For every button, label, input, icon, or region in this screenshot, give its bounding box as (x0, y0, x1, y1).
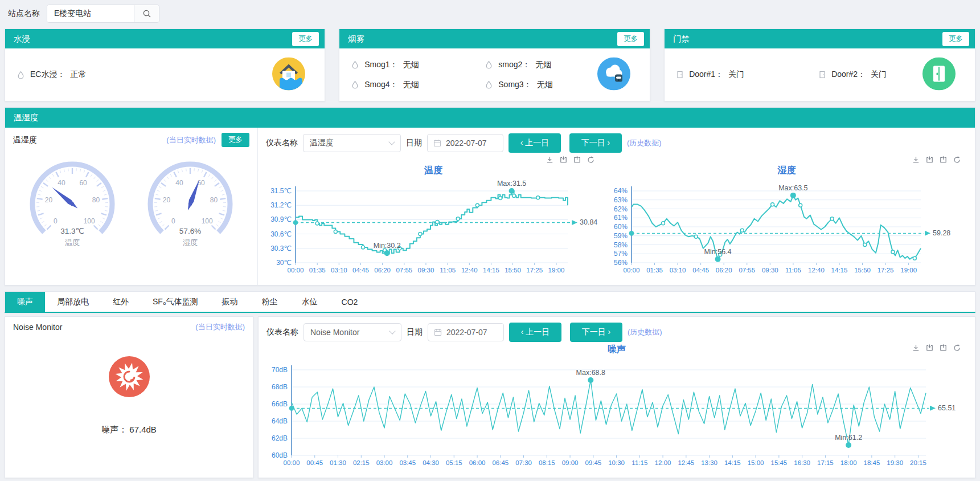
smoke-item-label: Smog1： (364, 60, 397, 70)
next-day-button[interactable]: 下一日 › (569, 133, 622, 153)
restore-icon[interactable] (573, 156, 581, 164)
smoke-more-button[interactable]: 更多 (617, 32, 644, 46)
svg-text:01:30: 01:30 (330, 459, 346, 466)
svg-text:10:30: 10:30 (608, 459, 625, 466)
svg-text:06:20: 06:20 (374, 267, 391, 274)
history-data-link[interactable]: (历史数据) (627, 138, 662, 148)
svg-text:12:45: 12:45 (678, 459, 694, 466)
restore-icon[interactable] (939, 344, 948, 352)
gauge-more-button[interactable]: 更多 (222, 133, 249, 147)
noise-chart[interactable]: 70dB68dB66dB64dB62dB60dB00:0000:4501:300… (266, 356, 960, 475)
noise-date-input[interactable]: 2022-07-07 (428, 323, 504, 341)
tab-sf6-gas[interactable]: SF₆气体监测 (141, 292, 210, 312)
prev-day-button[interactable]: ‹ 上一日 (509, 323, 561, 342)
meter-select-value: 温湿度 (310, 138, 334, 148)
smoke-sensor-icon (351, 60, 359, 69)
tab-water-level[interactable]: 水位 (290, 292, 330, 312)
data-view-icon[interactable] (559, 156, 568, 164)
next-day-button[interactable]: 下一日 › (570, 323, 622, 342)
svg-text:温度: 温度 (65, 238, 80, 247)
tab-vibration[interactable]: 振动 (210, 292, 250, 312)
svg-text:16:30: 16:30 (794, 459, 810, 466)
smoke-sensor-icon (485, 60, 493, 69)
water-more-button[interactable]: 更多 (292, 32, 319, 46)
door-more-button[interactable]: 更多 (942, 32, 969, 46)
smoke-item-label: smog2： (498, 60, 530, 70)
svg-text:15:45: 15:45 (770, 459, 787, 466)
date-input[interactable]: 2022-07-07 (427, 134, 503, 152)
door-item-label: Door#1： (689, 70, 723, 80)
refresh-icon[interactable] (953, 344, 961, 352)
svg-text:00:00: 00:00 (288, 267, 304, 274)
svg-text:14:15: 14:15 (483, 267, 499, 274)
refresh-icon[interactable] (953, 156, 961, 164)
svg-text:08:15: 08:15 (539, 459, 555, 466)
door-item-value: 关门 (871, 70, 887, 80)
download-icon[interactable] (546, 156, 554, 164)
noise-status-card: Noise Monitor (当日实时数据) 噪声： 67.4dB (5, 316, 253, 478)
droplet-icon (17, 71, 25, 79)
svg-text:59.28: 59.28 (933, 229, 950, 237)
smoke-item: Smog4： 无烟 (351, 80, 485, 90)
meter-name-label: 仪表名称 (266, 327, 298, 337)
smoke-item: Smog1： 无烟 (351, 60, 485, 70)
tab-dust[interactable]: 粉尘 (250, 292, 290, 312)
th-chart-card: 仪表名称 温湿度 日期 2022-07-07 ‹ 上一日 下一日 › (历史数据… (258, 128, 975, 285)
history-data-link[interactable]: (历史数据) (628, 327, 662, 337)
svg-text:63%: 63% (614, 196, 628, 204)
svg-text:09:45: 09:45 (585, 459, 601, 466)
station-search-group (47, 5, 159, 23)
realtime-data-link[interactable]: (当日实时数据) (166, 135, 216, 145)
tab-co2[interactable]: CO2 (330, 292, 370, 312)
door-card: 门禁 更多 Door#1： 关门 Door#2： 关门 (664, 28, 975, 101)
tab-partial-discharge[interactable]: 局部放电 (45, 292, 101, 312)
temperature-chart[interactable]: 31.5℃31.2℃30.9℃30.6℃30.3℃30℃00:0001:3503… (266, 177, 601, 281)
chevron-down-icon (388, 138, 395, 145)
svg-text:58%: 58% (614, 241, 628, 249)
svg-text:12:00: 12:00 (655, 459, 671, 466)
meter-select[interactable]: 温湿度 (303, 134, 401, 152)
svg-text:18:00: 18:00 (840, 459, 857, 466)
door-item-value: 关门 (728, 70, 744, 80)
data-view-icon[interactable] (925, 156, 934, 164)
svg-text:20: 20 (163, 196, 171, 204)
svg-text:64dB: 64dB (272, 417, 288, 425)
svg-text:30℃: 30℃ (276, 259, 292, 267)
door-item: Door#1： 关门 (676, 70, 818, 80)
smoke-item-label: Somg3： (498, 80, 531, 90)
svg-text:15:50: 15:50 (505, 267, 521, 274)
svg-text:07:55: 07:55 (396, 267, 412, 274)
svg-text:17:15: 17:15 (817, 459, 834, 466)
station-name-input[interactable] (47, 5, 134, 22)
svg-text:12:40: 12:40 (461, 267, 478, 274)
th-controls: 仪表名称 温湿度 日期 2022-07-07 ‹ 上一日 下一日 › (历史数据… (266, 133, 967, 153)
data-view-icon[interactable] (925, 344, 934, 352)
download-icon[interactable] (912, 156, 920, 164)
svg-text:09:00: 09:00 (562, 459, 579, 466)
svg-text:02:15: 02:15 (353, 459, 370, 466)
svg-text:15:00: 15:00 (748, 459, 764, 466)
door-card-title: 门禁 (673, 34, 690, 44)
download-icon[interactable] (912, 344, 920, 352)
svg-text:03:00: 03:00 (376, 459, 393, 466)
smoke-card-title: 烟雾 (348, 34, 364, 44)
svg-text:17:25: 17:25 (878, 267, 894, 274)
tab-infrared[interactable]: 红外 (101, 292, 141, 312)
restore-icon[interactable] (939, 156, 948, 164)
svg-text:66dB: 66dB (272, 400, 288, 408)
svg-text:30.6℃: 30.6℃ (270, 230, 292, 238)
svg-text:18:45: 18:45 (864, 459, 880, 466)
search-button[interactable] (134, 5, 159, 22)
svg-text:30.84: 30.84 (580, 218, 597, 226)
svg-text:0: 0 (171, 217, 175, 225)
humidity-chart[interactable]: 64%63%62%61%60%59%58%57%56%00:0001:3503:… (606, 177, 957, 281)
tab-noise[interactable]: 噪声 (5, 292, 45, 312)
refresh-icon[interactable] (587, 156, 595, 164)
svg-text:68dB: 68dB (272, 383, 288, 391)
noise-controls: 仪表名称 Noise Monitor 日期 2022-07-07 ‹ 上一日 下… (266, 322, 967, 343)
prev-day-button[interactable]: ‹ 上一日 (509, 133, 561, 153)
realtime-data-link[interactable]: (当日实时数据) (195, 322, 245, 332)
meter-name-label: 仪表名称 (266, 138, 298, 148)
svg-text:09:30: 09:30 (418, 267, 434, 274)
noise-meter-select[interactable]: Noise Monitor (304, 323, 401, 341)
